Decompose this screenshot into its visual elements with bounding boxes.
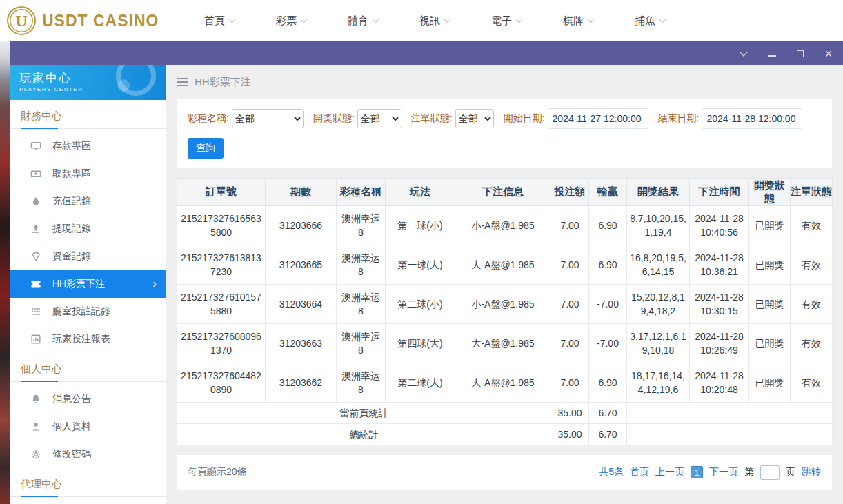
- nav-item-video[interactable]: 視訊: [399, 14, 470, 28]
- table-row: 2152173276044820890 31203662 澳洲幸运8 第二球(大…: [177, 363, 833, 403]
- filter-end-date: 結束日期:: [658, 108, 803, 129]
- grand-total-amount: 35.00: [551, 424, 589, 445]
- sidebar-item-hall-bet-records[interactable]: 廳室投註記錄: [10, 298, 166, 325]
- sidebar-item-player-bet-report[interactable]: 玩家投注報表: [10, 325, 166, 353]
- cell-play: 第二球(大): [386, 363, 455, 403]
- cell-period: 31203662: [266, 363, 337, 403]
- nav-item-sports[interactable]: 體育: [327, 14, 399, 28]
- sidebar-item-profile[interactable]: 個人資料: [10, 413, 166, 441]
- window-minimize-button[interactable]: [767, 49, 777, 59]
- col-order-status: 注單狀態: [791, 179, 833, 206]
- col-result: 開獎結果: [627, 179, 690, 206]
- col-order-no: 訂單號: [177, 179, 266, 206]
- top-navigation: U USDT CASINO 首頁 彩票 體育 視訊 電子 棋牌 捕魚: [0, 0, 843, 41]
- cell-play: 第一球(小): [386, 206, 455, 245]
- cell-order-status: 有效: [791, 206, 833, 245]
- sidebar-item-change-password[interactable]: 修改密碼: [10, 441, 166, 468]
- col-period: 期數: [266, 179, 337, 206]
- background-photo-strip: [0, 41, 10, 504]
- filter-panel: 彩種名稱: 全部 開獎狀態: 全部 注單狀態: 全: [177, 99, 832, 168]
- table-row: 2152173276080961370 31203663 澳洲幸运8 第四球(大…: [177, 324, 833, 363]
- nav-item-label: 體育: [348, 14, 368, 28]
- end-date-input[interactable]: [702, 108, 802, 129]
- filter-order-status: 注單狀態: 全部: [411, 109, 494, 128]
- sidebar-item-funds-records[interactable]: 資金記錄: [10, 243, 166, 270]
- brand-logo-text: USDT CASINO: [42, 12, 159, 30]
- sidebar-item-cashout-records[interactable]: 提現記錄: [10, 215, 166, 243]
- window-close-button[interactable]: ×: [824, 49, 833, 59]
- cell-play: 第二球(小): [386, 285, 455, 324]
- cell-draw-status: 已開獎: [749, 245, 791, 285]
- nav-item-label: 電子: [491, 14, 512, 28]
- nav-item-slots[interactable]: 電子: [470, 14, 542, 28]
- sidebar-item-recharge-records[interactable]: 充值記錄: [10, 188, 166, 215]
- prev-page-link[interactable]: 上一页: [655, 466, 684, 478]
- cell-order-no: 2152173276080961370: [177, 324, 266, 363]
- col-amount: 投注額: [551, 179, 589, 206]
- col-bet-info: 下注信息: [455, 179, 551, 206]
- lottery-name-select[interactable]: 全部: [232, 109, 304, 128]
- nav-item-fishing[interactable]: 捕魚: [614, 14, 686, 28]
- draw-status-select[interactable]: 全部: [357, 109, 401, 128]
- first-page-link[interactable]: 首页: [630, 466, 649, 478]
- minimize-icon: [768, 55, 776, 57]
- current-page-indicator[interactable]: 1: [691, 466, 703, 478]
- cell-time: 2024-11-28 10:26:49: [690, 324, 749, 363]
- table-row: 2152173276101575880 31203664 澳洲幸运8 第二球(小…: [177, 285, 833, 324]
- cell-bet-info: 小-A盤@1.985: [455, 206, 551, 245]
- user-icon: [30, 421, 41, 432]
- cell-time: 2024-11-28 10:20:48: [690, 363, 749, 403]
- cell-amount: 7.00: [551, 206, 589, 245]
- nav-item-lottery[interactable]: 彩票: [255, 14, 327, 28]
- col-bet-time: 下注時間: [690, 179, 749, 206]
- section-title-finance: 財務中心: [10, 110, 166, 129]
- cell-lottery: 澳洲幸运8: [337, 245, 386, 285]
- cell-win: 6.90: [589, 363, 627, 403]
- brand-logo-icon: U: [7, 6, 36, 35]
- cell-order-status: 有效: [791, 285, 833, 324]
- sidebar-item-announcements[interactable]: 消息公告: [10, 385, 166, 413]
- page-jump-input[interactable]: [760, 465, 780, 480]
- cell-play: 第一球(大): [386, 245, 455, 285]
- sidebar-item-withdraw[interactable]: 取款專區: [10, 160, 166, 188]
- page-total-win: 6.70: [589, 403, 627, 424]
- start-date-input[interactable]: [548, 108, 648, 129]
- sidebar-item-label: 玩家投注報表: [52, 333, 110, 345]
- gem-icon: [30, 251, 41, 262]
- sidebar-item-label: 取款專區: [52, 168, 91, 180]
- grand-total-row: 總統計 35.00 6.70: [177, 424, 833, 445]
- sidebar-header: 玩家中心 PLAYERS CENTER: [10, 65, 166, 100]
- finance-menu: 存款專區 取款專區 充值記錄: [10, 129, 166, 353]
- nav-item-label: 視訊: [419, 14, 440, 28]
- cell-order-no: 2152173276138137230: [177, 245, 266, 285]
- sidebar-item-hh-lottery-bets[interactable]: HH彩票下注 ›: [10, 270, 166, 298]
- sidebar-item-label: 充值記錄: [52, 195, 91, 208]
- cell-lottery: 澳洲幸运8: [337, 363, 386, 403]
- cell-bet-info: 大-A盤@1.985: [455, 245, 551, 285]
- cell-period: 31203666: [266, 206, 337, 245]
- table-row: 2152173276138137230 31203665 澳洲幸运8 第一球(大…: [177, 245, 833, 285]
- query-button[interactable]: 查詢: [188, 138, 224, 159]
- next-page-link[interactable]: 下一页: [709, 466, 738, 478]
- ticket-icon: [30, 279, 41, 290]
- window-collapse-button[interactable]: [739, 49, 748, 59]
- window-titlebar: ×: [10, 41, 843, 65]
- cell-lottery: 澳洲幸运8: [337, 324, 386, 363]
- cell-result: 18,17,16,14,4,12,19,6: [627, 363, 690, 403]
- window-maximize-button[interactable]: [795, 49, 805, 59]
- nav-item-label: 捕魚: [635, 14, 655, 28]
- cell-amount: 7.00: [551, 285, 589, 324]
- sidebar-item-deposit[interactable]: 存款專區: [10, 132, 166, 160]
- nav-item-boardgames[interactable]: 棋牌: [542, 14, 614, 28]
- sidebar-subtitle: PLAYERS CENTER: [19, 86, 166, 92]
- hamburger-icon[interactable]: [177, 78, 188, 86]
- order-status-select[interactable]: 全部: [455, 109, 494, 128]
- sidebar-item-label: 資金記錄: [52, 250, 91, 263]
- nav-item-home[interactable]: 首頁: [184, 14, 255, 28]
- jump-button[interactable]: 跳转: [802, 466, 821, 478]
- monitor-icon: [30, 141, 41, 152]
- cell-win: 6.90: [589, 206, 627, 245]
- cell-amount: 7.00: [551, 324, 589, 363]
- cell-period: 31203665: [266, 245, 337, 285]
- cell-draw-status: 已開獎: [749, 206, 791, 245]
